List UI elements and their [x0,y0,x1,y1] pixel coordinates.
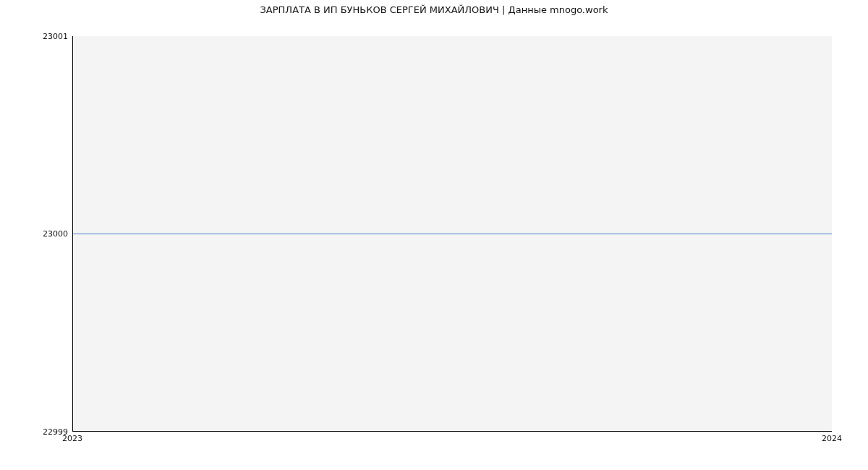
y-tick-22999: 22999 [25,427,68,437]
salary-series-line [73,234,832,234]
y-tick-23001: 23001 [25,32,68,41]
plot-area [72,36,832,432]
x-tick-2023: 2023 [62,434,82,443]
salary-chart: ЗАРПЛАТА В ИП БУНЬКОВ СЕРГЕЙ МИХАЙЛОВИЧ … [0,0,868,470]
y-tick-23000: 23000 [25,229,68,239]
x-tick-2024: 2024 [822,434,842,443]
chart-title: ЗАРПЛАТА В ИП БУНЬКОВ СЕРГЕЙ МИХАЙЛОВИЧ … [0,4,868,15]
